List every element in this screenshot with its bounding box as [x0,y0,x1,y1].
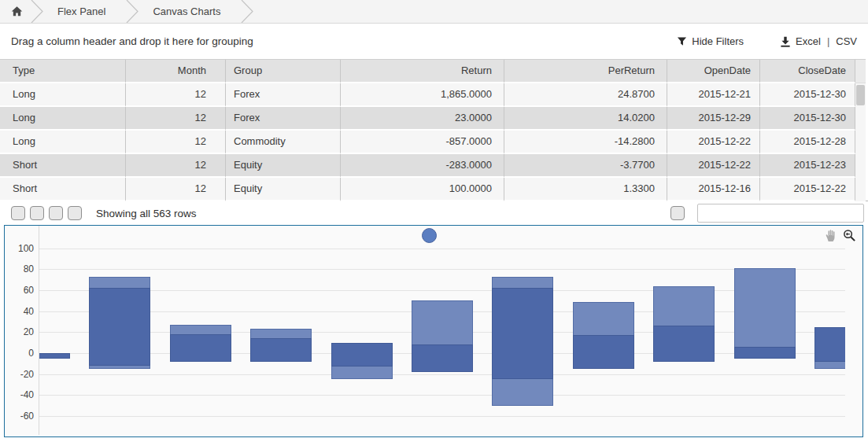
chart-bar-body[interactable] [89,288,150,366]
cell-return[interactable]: 1,865.0000 [341,83,504,107]
cell-opendate[interactable]: 2015-12-16 [667,178,760,201]
hide-filters-button[interactable]: Hide Filters [677,35,744,47]
cell-perreturn[interactable]: -3.7700 [504,154,667,178]
cell-opendate[interactable]: 2015-12-21 [667,83,760,107]
cell-group[interactable]: Commodity [226,131,341,154]
cell-perreturn[interactable]: 1.3300 [504,178,667,201]
y-tick-label: 20 [5,326,34,338]
scrollbar-thumb[interactable] [856,85,865,105]
table-row: Short 12 Equity -283.0000 -3.7700 2015-1… [0,154,855,178]
grid-option-toggle-3[interactable] [49,206,63,220]
y-tick-label: 0 [5,347,34,359]
grid-option-toggle-2[interactable] [30,206,44,220]
home-breadcrumb[interactable] [0,6,31,17]
cell-month[interactable]: 12 [126,131,226,154]
cell-return[interactable]: -857.0000 [341,131,504,154]
cell-group[interactable]: Forex [226,107,341,131]
cell-return[interactable]: -283.0000 [341,154,504,178]
chart-toolbar [824,229,856,242]
zoom-icon[interactable] [843,229,856,242]
cell-perreturn[interactable]: -14.2800 [504,131,667,154]
chart-bar-body[interactable] [814,327,845,362]
column-header-month[interactable]: Month [126,60,226,83]
grid-toolbar: Drag a column header and drop it here fo… [0,24,868,59]
column-header-perreturn[interactable]: PerReturn [504,60,667,83]
cell-month[interactable]: 12 [126,178,226,201]
y-tick-label: -60 [5,410,34,422]
column-header-opendate[interactable]: OpenDate [667,60,760,83]
y-tick-label: -40 [5,389,34,401]
export-csv-link[interactable]: CSV [836,35,857,47]
cell-type[interactable]: Long [0,131,126,154]
table-row: Long 12 Forex 23.0000 14.0200 2015-12-29… [0,107,855,131]
cell-month[interactable]: 12 [126,154,226,178]
export-links: Excel | CSV [780,35,857,47]
scrollbar-corner [855,60,866,83]
chart-plot[interactable] [39,226,845,435]
y-tick-label: 100 [5,242,34,255]
cell-closedate[interactable]: 2015-12-30 [760,107,855,131]
y-tick-label: 40 [5,305,34,318]
group-drop-hint[interactable]: Drag a column header and drop it here fo… [11,35,253,47]
filter-icon [677,36,687,46]
cell-perreturn[interactable]: 14.0200 [504,107,667,131]
gridline [39,374,845,375]
chart-bar-body[interactable] [412,344,473,372]
chart-bar-body[interactable] [653,326,715,362]
breadcrumb-item-canvas-charts[interactable]: Canvas Charts [139,6,241,17]
cell-group[interactable]: Equity [226,154,341,178]
cell-opendate[interactable]: 2015-12-22 [667,154,760,178]
status-bar: Showing all 563 rows [0,201,868,225]
chart-bar-range[interactable] [734,268,796,359]
cell-type[interactable]: Short [0,154,126,178]
chart-bar-body[interactable] [734,347,796,359]
gridline [39,249,845,249]
chart-bar-body[interactable] [170,334,231,362]
cell-closedate[interactable]: 2015-12-28 [760,131,855,154]
cell-type[interactable]: Long [0,107,126,131]
chart-bar-body[interactable] [331,343,393,366]
table-row: Long 12 Commodity -857.0000 -14.2800 201… [0,131,855,154]
breadcrumb-item-flex-panel[interactable]: Flex Panel [43,6,126,17]
pan-hand-icon[interactable] [824,229,837,242]
cell-return[interactable]: 100.0000 [341,178,504,201]
home-icon [11,6,23,17]
cell-month[interactable]: 12 [126,107,226,131]
status-bar-right [670,204,864,223]
cell-opendate[interactable]: 2015-12-29 [667,107,760,131]
grid-option-toggle-1[interactable] [11,206,25,220]
quick-filter-input[interactable] [697,204,864,223]
chart-bar-body[interactable] [39,353,70,359]
canvas-chart-panel: 100806040200-20-40-60 [4,225,863,437]
cell-type[interactable]: Long [0,83,126,107]
export-excel-link[interactable]: Excel [796,35,821,47]
cell-closedate[interactable]: 2015-12-23 [760,154,855,178]
chart-bar-body[interactable] [250,338,312,362]
hide-filters-label: Hide Filters [692,35,744,47]
column-header-closedate[interactable]: CloseDate [760,60,855,83]
column-header-group[interactable]: Group [226,60,341,83]
panel-drag-handle[interactable] [422,228,437,243]
cell-type[interactable]: Short [0,178,126,201]
grid-option-toggle-4[interactable] [68,206,82,220]
vertical-scrollbar[interactable] [855,60,866,201]
cell-group[interactable]: Equity [226,178,341,201]
breadcrumb: Flex Panel Canvas Charts [0,0,868,24]
cell-closedate[interactable]: 2015-12-22 [760,178,855,201]
cell-month[interactable]: 12 [126,83,226,107]
filter-option-toggle[interactable] [670,206,685,220]
column-header-return[interactable]: Return [341,60,504,83]
cell-closedate[interactable]: 2015-12-30 [760,83,855,107]
cell-group[interactable]: Forex [226,83,341,107]
chart-bar-body[interactable] [492,288,553,379]
flex-grid: Type Month Group Return PerReturn OpenDa… [0,59,866,201]
column-header-type[interactable]: Type [0,60,126,83]
cell-opendate[interactable]: 2015-12-22 [667,131,760,154]
chart-bar-body[interactable] [573,335,634,369]
y-tick-label: -20 [5,368,34,381]
data-table: Type Month Group Return PerReturn OpenDa… [0,60,855,201]
gridline [39,290,845,291]
cell-return[interactable]: 23.0000 [341,107,504,131]
cell-perreturn[interactable]: 24.8700 [504,83,667,107]
table-row: Short 12 Equity 100.0000 1.3300 2015-12-… [0,178,855,201]
